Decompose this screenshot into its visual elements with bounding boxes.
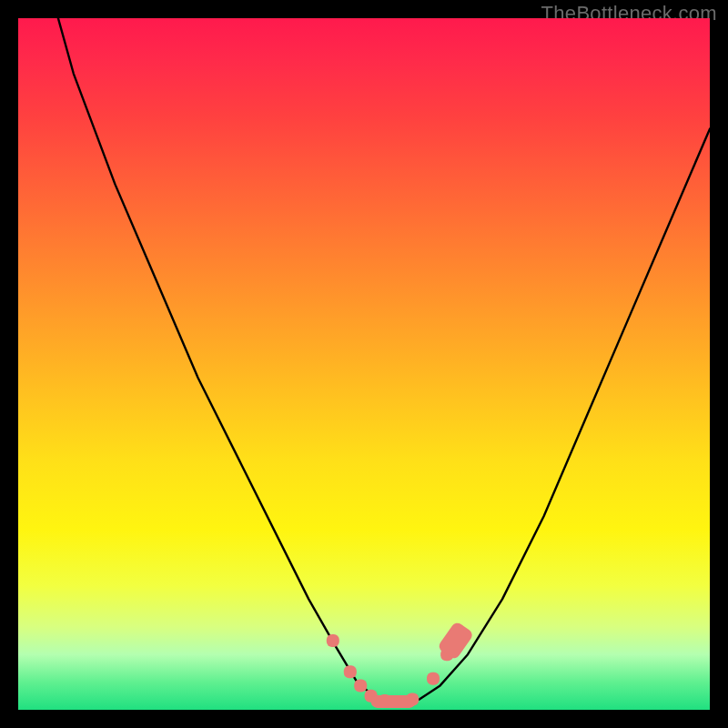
heat-gradient-background xyxy=(18,18,710,710)
outer-frame: TheBottleneck.com xyxy=(0,0,728,728)
plot-area xyxy=(18,18,710,710)
